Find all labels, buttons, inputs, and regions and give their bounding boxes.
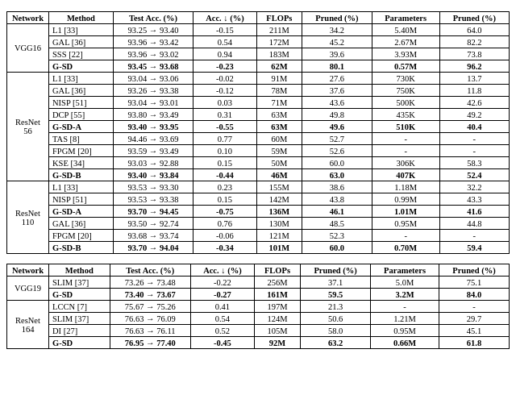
table-cell: 5.0M — [371, 277, 439, 289]
table-cell: TAS [8] — [49, 133, 114, 145]
table-cell: L1 [33] — [49, 181, 114, 193]
table-cell: DCP [55] — [49, 109, 114, 121]
table-row: NISP [51]93.04 → 93.010.0371M43.6500K42.… — [7, 97, 510, 109]
table-cell: 93.03 → 92.88 — [113, 157, 194, 169]
table-cell: 29.7 — [439, 313, 509, 325]
network-cell: ResNet56 — [7, 73, 49, 181]
table-cell: 0.52 — [190, 325, 254, 337]
table-cell: 38.6 — [302, 181, 372, 193]
table-cell: - — [372, 145, 439, 157]
table-cell: GAL [36] — [49, 85, 114, 97]
table-cell: 3.2M — [371, 289, 439, 301]
table-cell: 256M — [254, 277, 300, 289]
column-header: FLOPs — [254, 264, 300, 277]
table-row: DCP [55]93.80 → 93.490.3163M49.8435K49.2 — [7, 109, 510, 121]
table-cell: -0.06 — [194, 230, 256, 242]
table-cell: 0.15 — [194, 157, 256, 169]
table-cell: 21.3 — [301, 301, 371, 313]
table-cell: 37.6 — [302, 85, 372, 97]
table-cell: - — [372, 230, 439, 242]
table-row: FPGM [20]93.68 → 93.74-0.06121M52.3-- — [7, 230, 510, 242]
table-cell: 59.4 — [439, 242, 509, 254]
table-cell: -0.34 — [194, 242, 256, 254]
table-cell: 93.68 → 93.74 — [113, 230, 194, 242]
table-cell: 3.93M — [372, 48, 439, 60]
table-cell: 43.6 — [302, 97, 372, 109]
table-cell: 62M — [256, 60, 302, 73]
table-cell: 43.3 — [439, 193, 509, 206]
table-cell: 76.95 → 77.40 — [110, 337, 190, 349]
table-cell: 46.1 — [302, 206, 372, 218]
table-cell: 73.8 — [439, 48, 509, 60]
table-cell: 101M — [256, 242, 302, 254]
table-cell: 105M — [254, 325, 300, 337]
table-row: TAS [8]94.46 → 93.690.7760M52.7-- — [7, 133, 510, 145]
table-cell: 52.6 — [302, 145, 372, 157]
table-cell: 50.6 — [301, 313, 371, 325]
table-cell: FPGM [20] — [49, 145, 114, 157]
table-cell: 59M — [256, 145, 302, 157]
table-row: G-SD-A93.70 → 94.45-0.75136M46.11.01M41.… — [7, 206, 510, 218]
table-cell: 39.6 — [302, 48, 372, 60]
table-cell: 0.70M — [372, 242, 439, 254]
table-cell: 161M — [254, 289, 300, 301]
table-cell: 155M — [256, 181, 302, 193]
table-cell: - — [372, 133, 439, 145]
table-cell: 211M — [256, 24, 302, 36]
table-cell: 2.67M — [372, 36, 439, 48]
table-cell: 48.5 — [302, 218, 372, 230]
table-cell: 71M — [256, 97, 302, 109]
table-cell: 52.3 — [302, 230, 372, 242]
table-cell: 0.41 — [190, 301, 254, 313]
table-row: GAL [36]93.50 → 92.740.76130M48.50.95M44… — [7, 218, 510, 230]
table-cell: FPGM [20] — [49, 230, 114, 242]
table-cell: 73.40 → 73.67 — [110, 289, 190, 301]
table-cell: 27.6 — [302, 73, 372, 85]
table-cell: G-SD — [49, 289, 110, 301]
table-cell: 142M — [256, 193, 302, 206]
table-row: G-SD-B93.40 → 93.84-0.4446M63.0407K52.4 — [7, 169, 510, 181]
table-cell: 60.0 — [302, 157, 372, 169]
table-cell: 76.63 → 76.11 — [110, 325, 190, 337]
table-cell: 96.2 — [439, 60, 509, 73]
table-cell: SSS [22] — [49, 48, 114, 60]
table-row: G-SD93.45 → 93.68-0.2362M80.10.57M96.2 — [7, 60, 510, 73]
table-cell: 306K — [372, 157, 439, 169]
table-cell: - — [439, 133, 509, 145]
table-row: ResNet110L1 [33]93.53 → 93.300.23155M38.… — [7, 181, 510, 193]
table-cell: 0.31 — [194, 109, 256, 121]
table-cell: 0.99M — [372, 193, 439, 206]
column-header: Pruned (%) — [301, 264, 371, 277]
table-cell: 63.0 — [302, 169, 372, 181]
table-cell: 0.76 — [194, 218, 256, 230]
table-cell: 510K — [372, 121, 439, 133]
table-cell: 32.2 — [439, 181, 509, 193]
table-cell: L1 [33] — [49, 73, 114, 85]
table-cell: - — [439, 145, 509, 157]
table-cell: 93.53 → 93.38 — [113, 193, 194, 206]
table-cell: 11.8 — [439, 85, 509, 97]
table-cell: 63M — [256, 109, 302, 121]
table-cell: L1 [33] — [49, 24, 114, 36]
table-cell: 76.63 → 76.09 — [110, 313, 190, 325]
table-cell: 0.95M — [371, 325, 439, 337]
table-cell: 78M — [256, 85, 302, 97]
table-cell: SLIM [37] — [49, 313, 110, 325]
table-cell: 0.10 — [194, 145, 256, 157]
table-cell: 42.6 — [439, 97, 509, 109]
cifar100-table: NetworkMethodTest Acc. (%)Acc. ↓ (%)FLOP… — [6, 264, 510, 349]
table-cell: 41.6 — [439, 206, 509, 218]
table-row: ResNet56L1 [33]93.04 → 93.06-0.0291M27.6… — [7, 73, 510, 85]
network-cell: VGG19 — [7, 277, 49, 301]
table-cell: -0.22 — [190, 277, 254, 289]
table-cell: 73.26 → 73.48 — [110, 277, 190, 289]
table-cell: 52.4 — [439, 169, 509, 181]
table-cell: G-SD-B — [49, 242, 114, 254]
table-cell: 435K — [372, 109, 439, 121]
table-cell: 730K — [372, 73, 439, 85]
table-cell: 93.04 → 93.01 — [113, 97, 194, 109]
table-cell: 93.40 → 93.95 — [113, 121, 194, 133]
table-cell: 75.1 — [439, 277, 509, 289]
column-header: Pruned (%) — [439, 264, 509, 277]
table-cell: 0.57M — [372, 60, 439, 73]
